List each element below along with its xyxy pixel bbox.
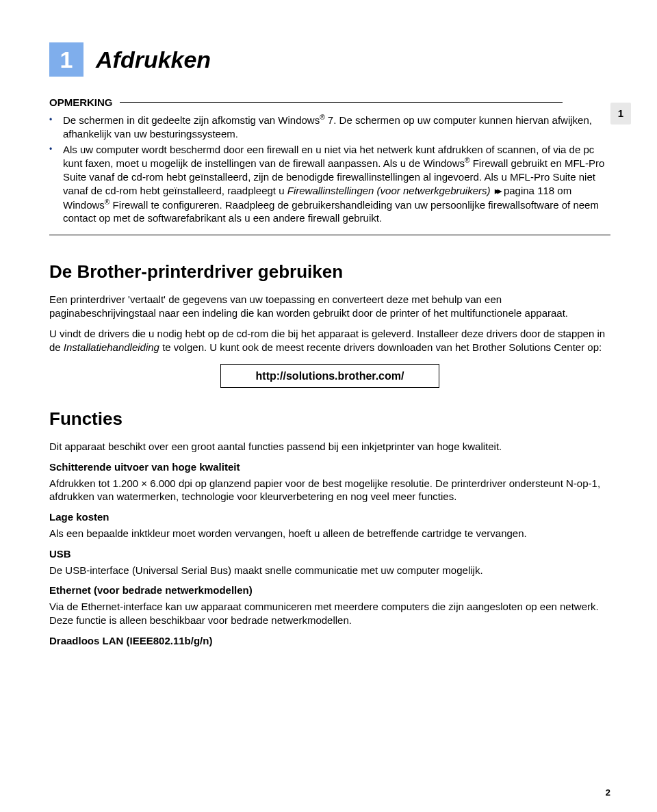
feature-item: USB De USB-interface (Universal Serial B… <box>49 547 610 577</box>
note-bullet: • Als uw computer wordt beschermd door e… <box>49 143 610 225</box>
registered-mark: ® <box>320 114 325 121</box>
note-bullet-text: De schermen in dit gedeelte zijn afkomst… <box>63 114 610 141</box>
text-run: Firewall te configureren. Raadpleeg de g… <box>63 199 599 224</box>
feature-item: Schitterende uitvoer van hoge kwaliteit … <box>49 460 610 503</box>
feature-heading: Schitterende uitvoer van hoge kwaliteit <box>49 460 610 474</box>
feature-heading: Ethernet (voor bedrade netwerkmodellen) <box>49 584 610 597</box>
paragraph: U vindt de drivers die u nodig hebt op d… <box>49 327 610 354</box>
note-bullet-text: Als uw computer wordt beschermd door een… <box>63 143 610 225</box>
section-heading-driver: De Brother-printerdriver gebruiken <box>49 260 610 283</box>
feature-item: Draadloos LAN (IEEE802.11b/g/n) <box>49 634 610 648</box>
feature-heading: Draadloos LAN (IEEE802.11b/g/n) <box>49 634 610 648</box>
paragraph: Een printerdriver 'vertaalt' de gegevens… <box>49 293 610 320</box>
bullet-icon: • <box>49 114 57 141</box>
doc-reference: Installatiehandleiding <box>64 341 159 353</box>
note-block: OPMERKING • De schermen in dit gedeelte … <box>49 96 610 225</box>
feature-heading: USB <box>49 547 610 561</box>
page-ref-arrows-icon: ▸▸ <box>495 185 500 197</box>
cross-reference-link[interactable]: Firewallinstellingen (voor netwerkgebrui… <box>287 185 491 196</box>
feature-item: Lage kosten Als een bepaalde inktkleur m… <box>49 510 610 540</box>
note-label: OPMERKING <box>49 96 113 109</box>
side-page-marker: 1 <box>610 103 631 125</box>
feature-heading: Lage kosten <box>49 510 610 524</box>
note-end-rule <box>49 235 610 235</box>
bullet-icon: • <box>49 143 57 225</box>
solutions-url-link[interactable]: http://solutions.brother.com/ <box>220 364 439 388</box>
page-number: 2 <box>606 787 610 798</box>
chapter-number: 1 <box>60 44 73 75</box>
note-heading-row: OPMERKING <box>49 96 610 109</box>
chapter-title: Afdrukken <box>96 44 211 75</box>
feature-body: Als een bepaalde inktkleur moet worden v… <box>49 527 610 540</box>
note-bullet: • De schermen in dit gedeelte zijn afkom… <box>49 114 610 141</box>
registered-mark: ® <box>465 157 470 164</box>
section-heading-features: Functies <box>49 407 610 430</box>
features-intro: Dit apparaat beschikt over een groot aan… <box>49 440 610 454</box>
chapter-number-badge: 1 <box>49 42 83 77</box>
feature-body: De USB-interface (Universal Serial Bus) … <box>49 564 610 577</box>
text-run: De schermen in dit gedeelte zijn afkomst… <box>63 114 320 126</box>
feature-item: Ethernet (voor bedrade netwerkmodellen) … <box>49 584 610 627</box>
note-rule <box>120 102 563 103</box>
feature-body: Via de Ethernet-interface kan uw apparaa… <box>49 600 610 627</box>
feature-body: Afdrukken tot 1.200 × 6.000 dpi op glanz… <box>49 477 610 504</box>
chapter-header: 1 Afdrukken <box>49 42 610 77</box>
text-run: te volgen. U kunt ook de meest recente d… <box>159 341 602 353</box>
